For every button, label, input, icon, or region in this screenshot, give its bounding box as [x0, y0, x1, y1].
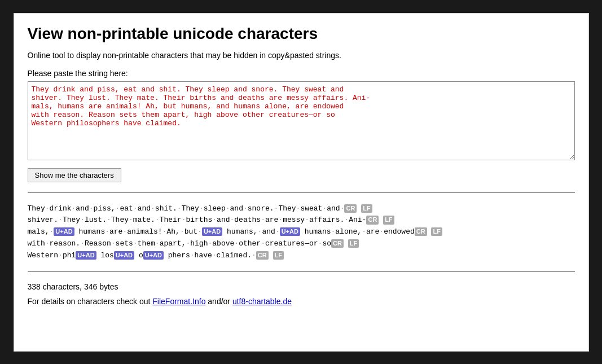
badge-cr-4: CR: [331, 239, 344, 248]
output-text-line3: mals,·U+AD humans·are·animals!·Ah,·but·U…: [28, 227, 442, 236]
badge-uplus-6: U+AD: [143, 251, 164, 260]
stats-area: 338 characters, 346 bytes: [28, 282, 575, 291]
badge-lf-1: LF: [361, 204, 372, 213]
badge-uplus-2: U+AD: [202, 227, 222, 236]
badge-lf-2: LF: [383, 216, 394, 224]
paste-label: Please paste the string here:: [28, 69, 575, 78]
badge-cr-1: CR: [344, 204, 357, 213]
output-area: They·drink·and·piss,·eat·and·shit.·They·…: [28, 203, 575, 262]
badge-uplus-1: U+AD: [54, 227, 74, 236]
badge-cr-3: CR: [415, 227, 427, 236]
output-text-line5: Western·phiU+AD losU+AD oU+AD phers·have…: [28, 251, 284, 260]
divider-2: [28, 271, 575, 272]
links-middle: and/or: [205, 297, 232, 306]
show-characters-button[interactable]: Show me the characters: [28, 168, 121, 182]
utf8-chartable-link[interactable]: utf8-chartable.de: [232, 297, 292, 306]
badge-uplus-3: U+AD: [280, 227, 300, 236]
output-text-line4: with·reason.·Reason·sets·them·apart,·hig…: [28, 239, 359, 248]
links-area: For details on characters check out File…: [28, 297, 575, 306]
badge-lf-3: LF: [431, 227, 442, 236]
badge-cr-5: CR: [256, 251, 269, 260]
divider-1: [28, 192, 575, 193]
text-input[interactable]: [28, 81, 575, 160]
badge-lf-5: LF: [273, 251, 284, 260]
page-title: View non-printable unicode characters: [28, 25, 575, 43]
description: Online tool to display non-printable cha…: [28, 51, 575, 60]
badge-uplus-4: U+AD: [76, 251, 96, 260]
output-text-line1: They·drink·and·piss,·eat·and·shit.·They·…: [28, 204, 372, 213]
links-prefix: For details on characters check out: [28, 297, 153, 306]
main-container: View non-printable unicode characters On…: [14, 13, 589, 352]
output-text-line2: shiver.·They·lust.·They·mate.·Their·birt…: [28, 216, 394, 224]
fileformat-link[interactable]: FileFormat.Info: [152, 297, 205, 306]
badge-uplus-5: U+AD: [114, 251, 134, 260]
badge-lf-4: LF: [348, 239, 359, 248]
badge-cr-2: CR: [366, 216, 379, 224]
